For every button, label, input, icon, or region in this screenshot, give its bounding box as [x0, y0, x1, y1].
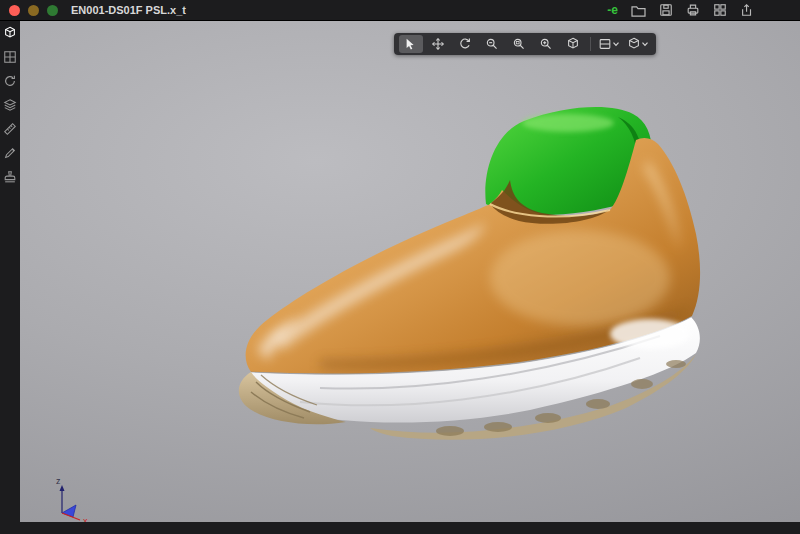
- window-title: EN001-DS01F PSL.x_t: [71, 4, 186, 16]
- export-icon[interactable]: [740, 3, 754, 17]
- zoom-out-button[interactable]: [480, 35, 504, 53]
- pan-arrows-icon: [433, 39, 444, 50]
- cube-icon: [569, 38, 578, 48]
- chevron-down-icon: [614, 43, 619, 46]
- toolbar-separator: [590, 37, 591, 51]
- titlebar: EN001-DS01F PSL.x_t -e: [0, 0, 800, 21]
- zoom-in-button[interactable]: [534, 35, 558, 53]
- display-style-dropdown[interactable]: [596, 35, 622, 53]
- layers-icon[interactable]: [2, 97, 18, 113]
- view-toolbar: [394, 33, 656, 55]
- select-button[interactable]: [399, 35, 423, 53]
- axis-triad: z x: [56, 476, 88, 522]
- open-folder-icon[interactable]: [631, 4, 646, 17]
- measure-icon[interactable]: [2, 121, 18, 137]
- shaded-view-button[interactable]: [561, 35, 585, 53]
- close-button[interactable]: [9, 5, 20, 16]
- 3d-viewport[interactable]: z x: [20, 20, 800, 522]
- view-orientation-dropdown[interactable]: [625, 35, 651, 53]
- shoe-model: z x: [20, 20, 800, 522]
- pan-button[interactable]: [426, 35, 450, 53]
- markup-pencil-icon[interactable]: [2, 145, 18, 161]
- reset-view-icon[interactable]: [2, 73, 18, 89]
- stamp-icon[interactable]: [2, 169, 18, 185]
- zoom-button[interactable]: [47, 5, 58, 16]
- magnifier-area-icon: [514, 39, 523, 48]
- axis-z-label: z: [56, 476, 61, 486]
- style-box-icon: [600, 40, 610, 49]
- cursor-arrow-icon: [407, 39, 414, 50]
- chevron-down-icon: [643, 43, 648, 46]
- grid-panels-icon[interactable]: [713, 3, 727, 17]
- orbit-icon: [461, 39, 470, 48]
- zoom-area-button[interactable]: [507, 35, 531, 53]
- tool-sidebar: [0, 20, 20, 522]
- model-cube-icon[interactable]: [2, 25, 18, 41]
- app-logo-e: -e: [607, 4, 618, 16]
- magnifier-plus-icon: [541, 39, 550, 48]
- components-grid-icon[interactable]: [2, 49, 18, 65]
- status-bar: [0, 522, 800, 534]
- save-icon[interactable]: [659, 3, 673, 17]
- print-icon[interactable]: [686, 3, 700, 17]
- traffic-lights: [0, 5, 67, 16]
- minimize-button[interactable]: [28, 5, 39, 16]
- orientation-box-icon: [630, 38, 639, 48]
- magnifier-minus-icon: [487, 39, 496, 48]
- rotate-button[interactable]: [453, 35, 477, 53]
